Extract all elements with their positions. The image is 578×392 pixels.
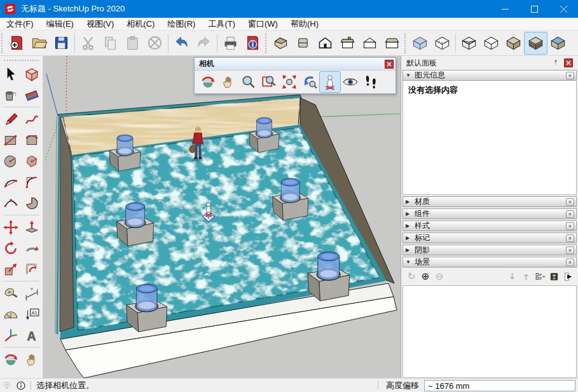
copy-button[interactable] <box>99 32 121 54</box>
axes-button[interactable] <box>1 326 20 345</box>
panel-close-button[interactable] <box>564 58 573 67</box>
section-close-button[interactable]: × <box>566 259 574 266</box>
follow-me-button[interactable] <box>22 239 41 258</box>
top-view-button[interactable] <box>292 32 314 54</box>
expand-triangle-icon[interactable]: ▶ <box>406 223 415 229</box>
menu-draw[interactable]: 绘图(R) <box>161 17 202 31</box>
undo-button[interactable] <box>170 32 193 54</box>
remove-scene-button[interactable]: ⊖ <box>433 270 446 283</box>
look-around-button[interactable] <box>340 72 361 92</box>
make-component-button[interactable] <box>22 65 41 84</box>
camera-pan-button[interactable] <box>218 72 238 92</box>
previous-view-button[interactable] <box>299 72 320 92</box>
zoom-window-button[interactable] <box>259 72 279 92</box>
select-button[interactable] <box>1 65 20 84</box>
three-point-arc-button[interactable] <box>1 194 20 213</box>
rotated-rectangle-button[interactable] <box>22 131 41 150</box>
toolbar-grip[interactable] <box>404 33 408 53</box>
protractor-button[interactable] <box>1 305 20 324</box>
section-tags[interactable]: ▶ 标记 × <box>403 233 577 243</box>
collapse-triangle-icon[interactable]: ▼ <box>406 72 415 78</box>
pin-icon[interactable] <box>551 58 560 67</box>
rectangle-button[interactable] <box>1 131 20 150</box>
x-ray-button[interactable] <box>409 32 431 54</box>
wireframe-button[interactable] <box>458 32 480 54</box>
save-button[interactable] <box>50 32 72 54</box>
circle-button[interactable] <box>1 152 20 171</box>
section-close-button[interactable]: × <box>566 247 574 254</box>
toolbar-grip[interactable] <box>265 33 268 53</box>
expand-triangle-icon[interactable]: ▶ <box>406 247 415 253</box>
zoom-extents-button[interactable] <box>279 72 299 92</box>
section-close-button[interactable]: × <box>566 210 574 218</box>
section-close-button[interactable]: × <box>566 198 574 206</box>
two-point-arc-button[interactable] <box>1 173 20 192</box>
hidden-line-button[interactable] <box>480 32 502 54</box>
section-close-button[interactable]: × <box>566 72 574 79</box>
toolbar-grip[interactable] <box>4 60 39 62</box>
menu-help[interactable]: 帮助(H) <box>284 17 325 31</box>
freehand-button[interactable] <box>22 110 41 129</box>
section-components[interactable]: ▶ 组件 × <box>403 208 577 219</box>
toolbar-grip[interactable] <box>1 33 4 53</box>
redo-button[interactable] <box>193 32 215 54</box>
iso-view-button[interactable] <box>270 32 292 54</box>
viewport-3d[interactable]: 相机 <box>43 56 401 378</box>
menu-file[interactable]: 文件(F) <box>0 17 40 31</box>
scenes-list[interactable] <box>403 285 577 378</box>
section-scenes[interactable]: ▼ 场景 × <box>403 257 577 267</box>
add-scene-button[interactable]: ⊕ <box>419 270 432 283</box>
menu-tools[interactable]: 工具(T) <box>202 17 242 31</box>
add-update-menu-button[interactable] <box>547 270 560 283</box>
geolocation-button[interactable] <box>0 379 14 392</box>
menu-edit[interactable]: 编辑(E) <box>40 17 80 31</box>
zoom-button[interactable] <box>238 72 259 92</box>
pie-button[interactable] <box>22 194 41 213</box>
eraser-button[interactable] <box>22 86 41 105</box>
push-pull-button[interactable] <box>22 218 41 237</box>
pan-button[interactable] <box>22 350 41 369</box>
rotate-button[interactable] <box>1 239 20 258</box>
model-scene[interactable] <box>43 56 401 378</box>
section-entity-info[interactable]: ▼ 图元信息 × <box>403 70 577 81</box>
orbit-button[interactable] <box>1 350 20 369</box>
camera-palette-close-button[interactable] <box>385 60 394 69</box>
section-close-button[interactable]: × <box>566 234 574 242</box>
update-scene-button[interactable]: ↻ <box>405 270 418 283</box>
paste-button[interactable] <box>121 32 144 54</box>
new-button[interactable] <box>6 32 28 54</box>
show-details-button[interactable] <box>561 270 574 283</box>
print-button[interactable] <box>219 32 242 54</box>
credits-info-button[interactable] <box>14 379 28 392</box>
left-view-button[interactable] <box>381 32 403 54</box>
collapse-triangle-icon[interactable]: ▼ <box>406 259 415 265</box>
close-button[interactable] <box>549 0 578 18</box>
right-view-button[interactable] <box>336 32 359 54</box>
front-view-button[interactable] <box>314 32 336 54</box>
arc-button[interactable] <box>22 173 41 192</box>
tape-measure-button[interactable] <box>1 284 20 303</box>
move-button[interactable] <box>1 218 20 237</box>
expand-triangle-icon[interactable]: ▶ <box>406 211 415 217</box>
back-edges-button[interactable] <box>431 32 453 54</box>
text-button[interactable] <box>22 305 41 324</box>
section-materials[interactable]: ▶ 材质 × <box>403 196 577 207</box>
polygon-button[interactable] <box>22 152 41 171</box>
expand-triangle-icon[interactable]: ▶ <box>406 199 415 205</box>
menu-window[interactable]: 窗口(W) <box>242 17 284 31</box>
open-button[interactable] <box>28 32 50 54</box>
section-close-button[interactable]: × <box>566 222 574 230</box>
erase-button[interactable] <box>144 32 166 54</box>
section-styles[interactable]: ▶ 样式 × <box>403 220 577 231</box>
move-scene-up-button[interactable] <box>520 270 532 283</box>
monochrome-button[interactable] <box>547 32 569 54</box>
move-scene-down-button[interactable] <box>506 270 518 283</box>
menu-view[interactable]: 视图(V) <box>80 17 120 31</box>
paint-bucket-button[interactable] <box>1 86 20 105</box>
section-shadows[interactable]: ▶ 阴影 × <box>403 245 577 255</box>
position-camera-button[interactable] <box>320 72 340 92</box>
menu-camera[interactable]: 相机(C) <box>120 17 161 31</box>
back-view-button[interactable] <box>359 32 381 54</box>
scale-button[interactable] <box>1 260 20 279</box>
maximize-button[interactable] <box>520 0 549 18</box>
